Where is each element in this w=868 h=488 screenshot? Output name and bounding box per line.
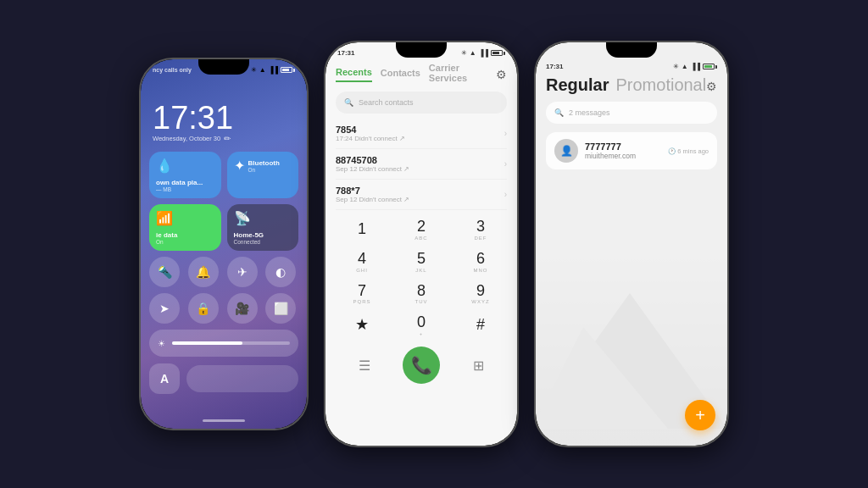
brightness-control[interactable]: ☀ [149,330,298,357]
dial-key-star[interactable]: ★ [332,309,392,341]
plus-icon: + [695,406,705,425]
slider-control[interactable] [186,365,298,392]
recent-item-2[interactable]: 788*7 Sep 12 Didn't connect ↗ › [336,180,507,210]
data-sub: — MB [156,186,214,192]
brightness-icon: ☀ [158,339,165,348]
dialpad: 1 2ABC 3DEF 4GHI 5JKL 6MNO 7PQRS 8TUV 9W… [326,214,517,341]
bluetooth-tile[interactable]: ✦ Bluetooth On [227,152,299,198]
chevron-icon-2: › [504,190,507,199]
dialer-settings-icon[interactable]: ⚙ [496,68,507,81]
contacts-search[interactable]: 🔍 Search contacts [336,92,507,114]
call-button[interactable]: 📞 [403,347,440,384]
mobile-data-tile[interactable]: 📶 ie data On [149,204,221,251]
message-item[interactable]: 👤 7777777 miuithemer.com 🕐 6 mins ago [546,132,717,169]
data-label: own data pla... [156,179,214,186]
wifi-status-icon: ▲ [259,66,266,74]
message-avatar: 👤 [554,139,578,163]
focus-button[interactable]: ◐ [265,257,296,287]
recent-number-1: 88745708 [336,155,409,165]
mobile-data-sub: On [156,239,214,245]
airplane-button[interactable]: ✈ [227,257,258,287]
dial-key-0[interactable]: 0+ [392,309,451,341]
messages-content: 17:31 ✳ ▲ ▐▐ Regular Promotional ⚙ [536,42,727,169]
chevron-icon-1: › [504,159,507,169]
clock-date: Wednesday, October 30 ✏ [153,134,298,143]
control-center-screen: ncy calls only ✳ ▲ ▐▐ 17:31 Wednesday, O… [141,59,307,429]
dial-key-8[interactable]: 8TUV [392,278,451,310]
recent-item-1[interactable]: 88745708 Sep 12 Didn't connect ↗ › [336,149,507,180]
tab-recents[interactable]: Recents [336,67,372,82]
lock-button[interactable]: 🔒 [188,293,219,324]
flashlight-button[interactable]: 🔦 [149,257,180,287]
search-icon: 🔍 [344,98,353,107]
battery-icon-3 [703,64,717,69]
bottom-row: A [149,363,298,394]
data-icon: 💧 [156,158,214,174]
menu-icon[interactable]: ☰ [359,358,370,374]
edit-icon[interactable]: ✏ [224,134,231,143]
status-icons-1: ✳ ▲ ▐▐ [251,66,295,74]
wifi-tile[interactable]: 📡 Home-5G Connected [227,204,299,251]
grid-icon[interactable]: ⊞ [473,358,484,374]
messages-settings-icon[interactable]: ⚙ [706,80,717,93]
message-number: 7777777 [585,141,661,152]
bell-button[interactable]: 🔔 [188,257,219,287]
messages-search-placeholder: 2 messages [569,108,610,117]
dial-key-4[interactable]: 4GHI [332,246,392,278]
dial-key-6[interactable]: 6MNO [451,246,510,278]
wifi-icon-2: ▲ [470,49,476,57]
phone-dialer: 17:31 ✳ ▲ ▐▐ Recents Contacts Carrier Se… [324,41,519,447]
bluetooth-sub: On [248,167,280,173]
message-time: 🕐 6 mins ago [668,147,709,155]
dial-key-2[interactable]: 2ABC [392,214,451,246]
messages-search[interactable]: 🔍 2 messages [546,102,717,124]
notch-1 [198,59,249,75]
bt-icon-2: ✳ [461,49,467,57]
tab-carrier-services[interactable]: Carrier Services [429,63,487,86]
dial-key-hash[interactable]: # [451,309,510,341]
font-size-button[interactable]: A [149,363,180,394]
messages-title: Regular Promotional [546,75,706,95]
wifi-icon: 📡 [234,210,292,226]
recent-info-2: Sep 12 Didn't connect ↗ [336,196,409,203]
dial-key-1[interactable]: 1 [332,214,392,246]
search-placeholder: Search contacts [359,98,414,107]
camera-button[interactable]: 🎥 [227,293,258,324]
chevron-icon-0: › [504,129,507,138]
search-icon-3: 🔍 [554,108,564,117]
bluetooth-icon: ✦ [234,158,245,174]
dial-key-7[interactable]: 7PQRS [332,278,392,310]
phone-control-center: ncy calls only ✳ ▲ ▐▐ 17:31 Wednesday, O… [139,58,309,430]
screenshot-button[interactable]: ⬜ [265,293,296,324]
messages-header: Regular Promotional ⚙ [546,75,717,95]
control-tiles: 💧 own data pla... — MB ✦ Bluetooth On [149,152,298,251]
status-bar-3: 17:31 ✳ ▲ ▐▐ [546,63,717,74]
bt-icon-3: ✳ [673,63,679,70]
data-tile[interactable]: 💧 own data pla... — MB [149,152,221,198]
recent-info-1: Sep 12 Didn't connect ↗ [336,165,409,173]
icon-row-1: 🔦 🔔 ✈ ◐ [149,257,298,287]
brightness-fill [172,341,242,345]
compose-button[interactable]: + [685,400,715,430]
battery-icon [281,67,295,73]
dial-key-5[interactable]: 5JKL [392,246,451,278]
signal-icon: ▐▐ [269,66,278,74]
notch-2 [396,42,447,58]
dialer-screen: 17:31 ✳ ▲ ▐▐ Recents Contacts Carrier Se… [326,42,517,446]
icon-row-2: ➤ 🔒 🎥 ⬜ [149,293,298,324]
tab-contacts[interactable]: Contacts [381,68,420,81]
signal-icon-3: ▐▐ [691,63,700,70]
messages-time: 17:31 [546,63,563,70]
location-button[interactable]: ➤ [149,293,180,324]
wifi-sub: Connected [234,239,292,245]
wifi-icon-3: ▲ [682,63,688,70]
title-promo: Promotional [615,75,706,95]
dial-key-3[interactable]: 3DEF [451,214,510,246]
brightness-track [172,341,290,345]
message-subtitle: miuithemer.com [585,152,661,160]
recent-item-0[interactable]: 7854 17:24 Didn't connect ↗ › [336,119,507,149]
person-icon: 👤 [560,145,573,157]
notification-text: ncy calls only [153,67,192,73]
recents-list: 7854 17:24 Didn't connect ↗ › 88745708 S… [326,119,517,210]
dial-key-9[interactable]: 9WXYZ [451,278,510,310]
